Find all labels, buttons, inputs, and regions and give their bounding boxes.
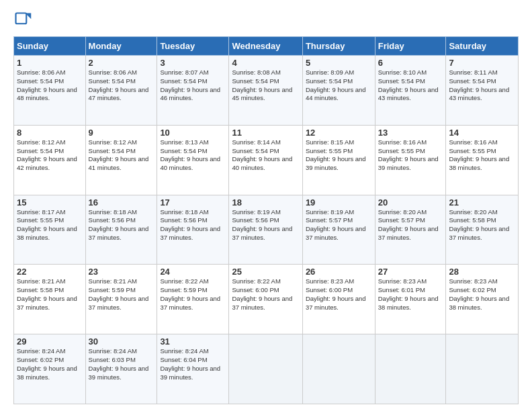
header-row: SundayMondayTuesdayWednesdayThursdayFrid…	[14, 37, 519, 56]
day-info: Sunrise: 8:11 AMSunset: 5:54 PMDaylight:…	[449, 68, 509, 101]
header	[13, 11, 519, 30]
calendar-cell: 21 Sunrise: 8:20 AMSunset: 5:58 PMDaylig…	[446, 195, 519, 265]
day-number: 3	[160, 58, 226, 68]
day-info: Sunrise: 8:17 AMSunset: 5:55 PMDaylight:…	[17, 208, 77, 241]
calendar-cell: 22 Sunrise: 8:21 AMSunset: 5:58 PMDaylig…	[14, 265, 86, 334]
day-number: 31	[160, 336, 226, 347]
calendar-cell: 1 Sunrise: 8:06 AMSunset: 5:54 PMDayligh…	[14, 56, 86, 126]
logo	[13, 11, 35, 30]
calendar-header: SundayMondayTuesdayWednesdayThursdayFrid…	[14, 37, 519, 56]
day-number: 23	[89, 267, 154, 277]
day-info: Sunrise: 8:06 AMSunset: 5:54 PMDaylight:…	[89, 68, 149, 101]
day-number: 30	[89, 336, 154, 347]
calendar-cell: 6 Sunrise: 8:10 AMSunset: 5:54 PMDayligh…	[375, 56, 446, 126]
day-number: 27	[378, 267, 443, 277]
day-info: Sunrise: 8:14 AMSunset: 5:54 PMDaylight:…	[232, 138, 292, 171]
day-info: Sunrise: 8:23 AMSunset: 6:00 PMDaylight:…	[306, 277, 366, 310]
day-info: Sunrise: 8:15 AMSunset: 5:55 PMDaylight:…	[306, 138, 366, 171]
day-header-sunday: Sunday	[14, 37, 86, 56]
calendar-cell: 15 Sunrise: 8:17 AMSunset: 5:55 PMDaylig…	[14, 195, 86, 265]
day-info: Sunrise: 8:24 AMSunset: 6:02 PMDaylight:…	[17, 347, 77, 380]
calendar-cell: 28 Sunrise: 8:23 AMSunset: 6:02 PMDaylig…	[446, 265, 519, 334]
calendar-cell: 26 Sunrise: 8:23 AMSunset: 6:00 PMDaylig…	[302, 265, 375, 334]
day-info: Sunrise: 8:23 AMSunset: 6:02 PMDaylight:…	[449, 277, 509, 310]
day-number: 8	[17, 128, 83, 138]
calendar-cell: 20 Sunrise: 8:20 AMSunset: 5:57 PMDaylig…	[375, 195, 446, 265]
calendar-cell: 2 Sunrise: 8:06 AMSunset: 5:54 PMDayligh…	[85, 56, 157, 126]
calendar-week-1: 1 Sunrise: 8:06 AMSunset: 5:54 PMDayligh…	[14, 56, 519, 126]
day-number: 15	[17, 197, 83, 208]
day-info: Sunrise: 8:16 AMSunset: 5:55 PMDaylight:…	[378, 138, 439, 171]
day-number: 12	[306, 128, 372, 138]
calendar-week-5: 29 Sunrise: 8:24 AMSunset: 6:02 PMDaylig…	[14, 334, 519, 404]
calendar-cell: 25 Sunrise: 8:22 AMSunset: 6:00 PMDaylig…	[229, 265, 302, 334]
day-info: Sunrise: 8:18 AMSunset: 5:56 PMDaylight:…	[160, 208, 220, 241]
day-info: Sunrise: 8:21 AMSunset: 5:58 PMDaylight:…	[17, 277, 77, 310]
day-info: Sunrise: 8:12 AMSunset: 5:54 PMDaylight:…	[17, 138, 77, 171]
day-number: 5	[306, 58, 372, 68]
day-info: Sunrise: 8:24 AMSunset: 6:04 PMDaylight:…	[160, 347, 220, 380]
calendar-week-3: 15 Sunrise: 8:17 AMSunset: 5:55 PMDaylig…	[14, 195, 519, 265]
day-info: Sunrise: 8:06 AMSunset: 5:54 PMDaylight:…	[17, 68, 77, 101]
day-info: Sunrise: 8:21 AMSunset: 5:59 PMDaylight:…	[89, 277, 149, 310]
calendar-cell: 5 Sunrise: 8:09 AMSunset: 5:54 PMDayligh…	[302, 56, 375, 126]
day-header-wednesday: Wednesday	[229, 37, 302, 56]
calendar-cell: 18 Sunrise: 8:19 AMSunset: 5:56 PMDaylig…	[229, 195, 302, 265]
logo-icon	[13, 11, 32, 30]
day-number: 20	[378, 197, 443, 208]
calendar-cell: 31 Sunrise: 8:24 AMSunset: 6:04 PMDaylig…	[157, 334, 229, 404]
day-info: Sunrise: 8:20 AMSunset: 5:57 PMDaylight:…	[378, 208, 439, 241]
day-info: Sunrise: 8:07 AMSunset: 5:54 PMDaylight:…	[160, 68, 220, 101]
calendar-cell: 29 Sunrise: 8:24 AMSunset: 6:02 PMDaylig…	[14, 334, 86, 404]
calendar-cell: 27 Sunrise: 8:23 AMSunset: 6:01 PMDaylig…	[375, 265, 446, 334]
day-number: 16	[89, 197, 154, 208]
calendar-week-2: 8 Sunrise: 8:12 AMSunset: 5:54 PMDayligh…	[14, 125, 519, 195]
calendar-cell: 7 Sunrise: 8:11 AMSunset: 5:54 PMDayligh…	[446, 56, 519, 126]
day-number: 4	[232, 58, 299, 68]
day-info: Sunrise: 8:10 AMSunset: 5:54 PMDaylight:…	[378, 68, 439, 101]
calendar-cell	[375, 334, 446, 404]
day-info: Sunrise: 8:23 AMSunset: 6:01 PMDaylight:…	[378, 277, 439, 310]
day-info: Sunrise: 8:09 AMSunset: 5:54 PMDaylight:…	[306, 68, 366, 101]
calendar-cell: 11 Sunrise: 8:14 AMSunset: 5:54 PMDaylig…	[229, 125, 302, 195]
svg-rect-1	[16, 13, 27, 24]
day-info: Sunrise: 8:22 AMSunset: 5:59 PMDaylight:…	[160, 277, 220, 310]
day-number: 10	[160, 128, 226, 138]
calendar-week-4: 22 Sunrise: 8:21 AMSunset: 5:58 PMDaylig…	[14, 265, 519, 334]
day-number: 7	[449, 58, 515, 68]
calendar-body: 1 Sunrise: 8:06 AMSunset: 5:54 PMDayligh…	[14, 56, 519, 404]
day-header-thursday: Thursday	[302, 37, 375, 56]
calendar-cell: 17 Sunrise: 8:18 AMSunset: 5:56 PMDaylig…	[157, 195, 229, 265]
day-number: 18	[232, 197, 299, 208]
day-info: Sunrise: 8:08 AMSunset: 5:54 PMDaylight:…	[232, 68, 292, 101]
day-number: 26	[306, 267, 372, 277]
day-header-tuesday: Tuesday	[157, 37, 229, 56]
day-info: Sunrise: 8:20 AMSunset: 5:58 PMDaylight:…	[449, 208, 509, 241]
calendar-cell: 30 Sunrise: 8:24 AMSunset: 6:03 PMDaylig…	[85, 334, 157, 404]
calendar-cell: 8 Sunrise: 8:12 AMSunset: 5:54 PMDayligh…	[14, 125, 86, 195]
calendar-cell	[229, 334, 302, 404]
day-number: 6	[378, 58, 443, 68]
calendar-cell	[302, 334, 375, 404]
day-number: 9	[89, 128, 154, 138]
day-number: 14	[449, 128, 515, 138]
day-info: Sunrise: 8:13 AMSunset: 5:54 PMDaylight:…	[160, 138, 220, 171]
calendar-cell	[446, 334, 519, 404]
day-number: 29	[17, 336, 83, 347]
day-info: Sunrise: 8:22 AMSunset: 6:00 PMDaylight:…	[232, 277, 292, 310]
calendar-cell: 23 Sunrise: 8:21 AMSunset: 5:59 PMDaylig…	[85, 265, 157, 334]
day-info: Sunrise: 8:19 AMSunset: 5:56 PMDaylight:…	[232, 208, 292, 241]
day-number: 21	[449, 197, 515, 208]
calendar-cell: 10 Sunrise: 8:13 AMSunset: 5:54 PMDaylig…	[157, 125, 229, 195]
day-number: 24	[160, 267, 226, 277]
calendar-cell: 13 Sunrise: 8:16 AMSunset: 5:55 PMDaylig…	[375, 125, 446, 195]
day-number: 1	[17, 58, 83, 68]
calendar-cell: 4 Sunrise: 8:08 AMSunset: 5:54 PMDayligh…	[229, 56, 302, 126]
day-number: 25	[232, 267, 299, 277]
day-header-monday: Monday	[85, 37, 157, 56]
day-header-saturday: Saturday	[446, 37, 519, 56]
day-info: Sunrise: 8:19 AMSunset: 5:57 PMDaylight:…	[306, 208, 366, 241]
day-info: Sunrise: 8:24 AMSunset: 6:03 PMDaylight:…	[89, 347, 149, 380]
calendar-cell: 16 Sunrise: 8:18 AMSunset: 5:56 PMDaylig…	[85, 195, 157, 265]
calendar-cell: 9 Sunrise: 8:12 AMSunset: 5:54 PMDayligh…	[85, 125, 157, 195]
